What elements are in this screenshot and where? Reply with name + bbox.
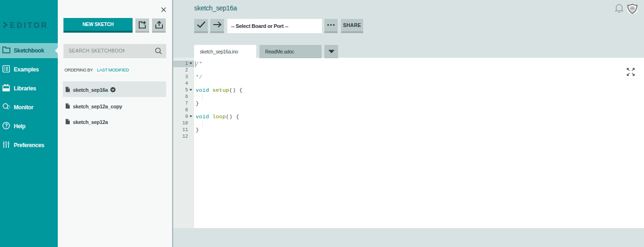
svg-text:?: ? — [5, 123, 8, 128]
